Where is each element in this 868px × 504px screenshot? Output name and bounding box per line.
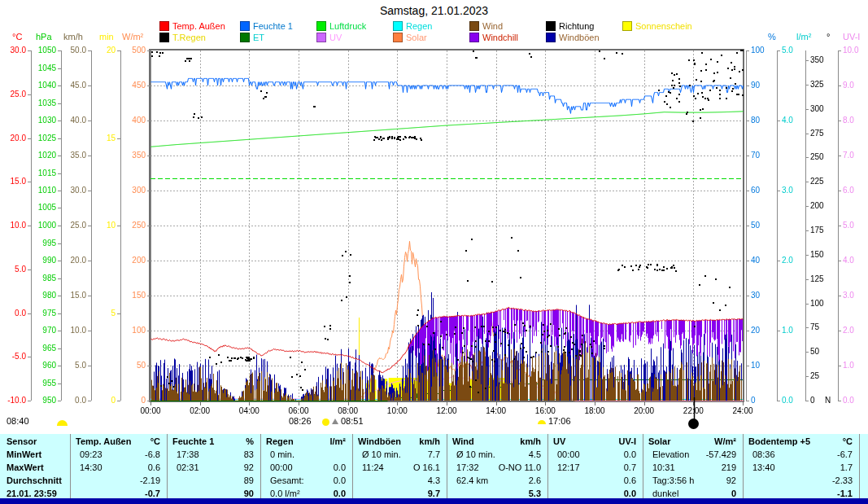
table-value: 83 bbox=[168, 449, 254, 459]
table-value: 0.0 bbox=[262, 476, 346, 485]
legend-color-box bbox=[469, 21, 479, 31]
legend-item-solar: Solar bbox=[393, 33, 427, 42]
legend-color-box bbox=[159, 21, 169, 31]
legend-item-t-regen: T.Regen bbox=[159, 33, 206, 42]
table-value: O-NO 11.0 bbox=[448, 462, 541, 472]
weather-chart-page: Samstag, 21.01.2023 Temp. AußenFeuchte 1… bbox=[0, 0, 868, 504]
legend-color-box bbox=[546, 33, 556, 42]
table-header-unit: °C bbox=[744, 436, 853, 446]
sun-icon bbox=[57, 420, 68, 426]
weather-chart-canvas bbox=[0, 0, 868, 504]
table-value-label: 0 min. bbox=[270, 449, 294, 459]
table-header-unit: km/h bbox=[448, 436, 541, 446]
table-row-label: MaxWert bbox=[7, 462, 44, 472]
table-divider bbox=[167, 434, 168, 498]
uv-axis-header: UV-I bbox=[843, 32, 860, 42]
table-value: 1.7 bbox=[744, 462, 853, 472]
sun-icon bbox=[322, 419, 329, 426]
table-value: -6.7 bbox=[744, 449, 853, 459]
legend-label: ET bbox=[253, 33, 264, 42]
table-row-label: Durchschnitt bbox=[7, 476, 62, 485]
legend-color-box bbox=[393, 33, 403, 42]
legend-label: UV bbox=[329, 33, 342, 42]
temp-axis-header: °C bbox=[12, 32, 22, 42]
sunset-icon bbox=[538, 420, 546, 424]
legend-color-box bbox=[159, 33, 169, 42]
legend-label: Solar bbox=[406, 33, 427, 42]
table-header-unit: °C bbox=[72, 436, 160, 446]
humidity-axis-header: % bbox=[768, 32, 776, 42]
legend-item-wind: Wind bbox=[469, 21, 503, 31]
legend-item-sonnenschein: Sonnenschein bbox=[622, 21, 692, 31]
legend-item-temp-au-en: Temp. Außen bbox=[159, 21, 225, 31]
legend-color-box bbox=[316, 33, 326, 42]
table-value: 0.0 bbox=[262, 489, 346, 498]
table-value: 92 bbox=[168, 462, 254, 472]
legend-color-box bbox=[240, 33, 250, 42]
table-divider bbox=[260, 434, 261, 498]
table-value: -57.429 bbox=[644, 449, 736, 459]
table-divider bbox=[547, 434, 548, 498]
table-value: 219 bbox=[644, 462, 736, 472]
direction-axis-header: ° bbox=[827, 32, 830, 42]
table-value: 0.0 bbox=[262, 462, 346, 472]
table-value: O 16.1 bbox=[354, 462, 440, 472]
stats-table: SensorMinWertMaxWertDurchschnitt21.01. 2… bbox=[0, 434, 868, 498]
wind-axis-header: km/h bbox=[63, 32, 83, 42]
pressure-axis-header: hPa bbox=[36, 32, 52, 42]
legend-item-feuchte-1: Feuchte 1 bbox=[240, 21, 293, 31]
legend-color-box bbox=[546, 21, 556, 31]
legend-item-richtung: Richtung bbox=[546, 21, 594, 31]
table-header-sensor: Sensor bbox=[7, 436, 37, 446]
table-row-label: MinWert bbox=[7, 449, 41, 459]
legend-item-regen: Regen bbox=[393, 21, 432, 31]
sunrise-icon bbox=[332, 419, 338, 424]
legend-label: Luftdruck bbox=[329, 21, 366, 31]
table-value: 2.6 bbox=[448, 476, 541, 485]
table-value: -2.33 bbox=[744, 476, 853, 485]
legend-label: Regen bbox=[406, 21, 432, 31]
legend-item-luftdruck: Luftdruck bbox=[316, 21, 366, 31]
legend-color-box bbox=[240, 21, 250, 31]
table-value: 5.3 bbox=[448, 489, 541, 498]
legend-item-uv: UV bbox=[316, 33, 342, 42]
table-value: -0.7 bbox=[72, 489, 160, 498]
legend-item-windchill: Windchill bbox=[469, 33, 518, 42]
new-moon-icon bbox=[688, 419, 699, 429]
rain-axis-header: l/m² bbox=[796, 32, 811, 42]
legend-color-box bbox=[316, 21, 326, 31]
table-value: 4.5 bbox=[448, 449, 541, 459]
legend-label: T.Regen bbox=[172, 33, 206, 42]
table-divider bbox=[643, 434, 643, 498]
table-value: -1.1 bbox=[744, 489, 853, 498]
sunshine-axis-header: min bbox=[99, 32, 114, 42]
legend-label: Feuchte 1 bbox=[253, 21, 293, 31]
table-value: 0 bbox=[644, 489, 736, 498]
legend-item-et: ET bbox=[240, 33, 264, 42]
table-header-unit: UV-I bbox=[549, 436, 636, 446]
table-value: 0.0 bbox=[549, 489, 636, 498]
table-divider bbox=[70, 434, 71, 498]
table-value: 92 bbox=[644, 476, 736, 485]
legend-color-box bbox=[469, 33, 479, 42]
table-divider bbox=[352, 434, 353, 498]
sunrise-time-left: 08:40 bbox=[7, 416, 29, 426]
sunset-time: 17:06 bbox=[548, 416, 571, 426]
table-header-unit: km/h bbox=[354, 436, 440, 446]
legend-label: Sonnenschein bbox=[635, 21, 692, 31]
table-header-unit: l/m² bbox=[262, 436, 346, 446]
table-value: 0.0 bbox=[549, 449, 636, 459]
table-header-unit: % bbox=[168, 436, 254, 446]
table-divider bbox=[859, 434, 860, 498]
dawn-time: 08:26 bbox=[289, 416, 312, 426]
table-value: 9.7 bbox=[354, 489, 440, 498]
legend-label: Windchill bbox=[482, 33, 518, 42]
table-divider bbox=[743, 434, 744, 498]
solar-axis-header: W/m² bbox=[122, 32, 143, 42]
legend-label: Wind bbox=[482, 21, 503, 31]
table-value: 0.7 bbox=[549, 462, 636, 472]
table-value: 90 bbox=[168, 489, 254, 498]
legend-color-box bbox=[622, 21, 632, 31]
table-value: 0.6 bbox=[549, 476, 636, 485]
table-header-unit: W/m² bbox=[644, 436, 736, 446]
